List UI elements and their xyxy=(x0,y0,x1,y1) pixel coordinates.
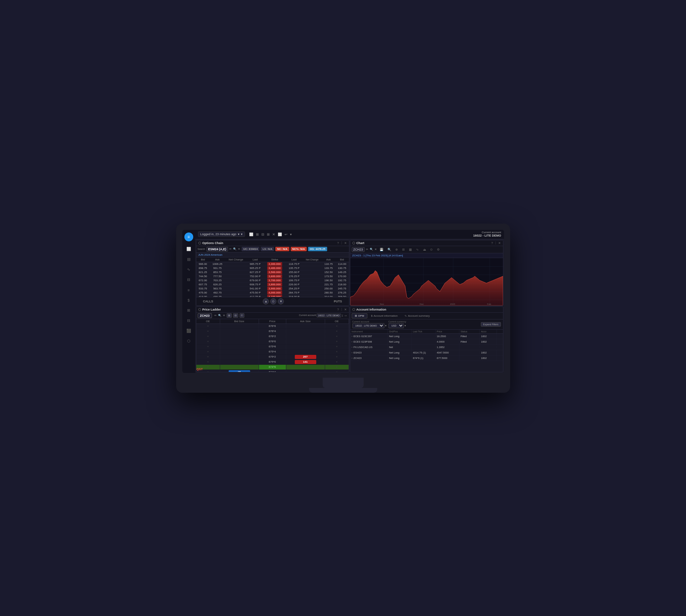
options-table-row[interactable]: 672.00 703.25 679.00 P 3,700.000 199.75 … xyxy=(196,278,349,282)
ladder-cell-ask xyxy=(286,329,325,334)
chart-area-btn[interactable]: ⛰ xyxy=(422,247,427,252)
chart-settings-icon[interactable]: ⋮ xyxy=(494,241,497,245)
expand-arrow-icon[interactable]: › xyxy=(352,351,353,354)
account-row[interactable]: › ECES G23C397 Net Long 18.2500 Filled 1… xyxy=(350,334,503,339)
ladder-row[interactable]: ≡ 676*6 ≡ xyxy=(196,324,349,329)
options-table-row[interactable]: 898.75 931.75 905.25 P 3,400.000 135.75 … xyxy=(196,266,349,270)
layout-icon[interactable]: ⊟ xyxy=(261,232,265,237)
ladder-btn3[interactable]: © xyxy=(240,313,244,318)
sidebar-item-filter[interactable]: ⊟ xyxy=(184,275,194,284)
sidebar-item-chart[interactable]: ⬜ xyxy=(184,245,194,254)
sidebar-item-line[interactable]: ∿ xyxy=(184,265,194,274)
chart-help-icon[interactable]: ? xyxy=(491,241,493,245)
chart-zoom-minus-btn[interactable]: 🔍 xyxy=(386,247,393,252)
currency-filter-select[interactable]: USD xyxy=(388,323,404,328)
undo-icon[interactable]: ↩ xyxy=(284,232,288,237)
arrow-up-btn[interactable]: ▲ xyxy=(263,298,269,304)
sidebar-item-stack[interactable]: ⊞ xyxy=(184,306,194,315)
ladder-btn2[interactable]: ⊟ xyxy=(233,313,238,318)
close-icon[interactable]: ✕ xyxy=(344,241,347,245)
options-table-row[interactable]: 821.25 853.75 827.25 P 3,500.000 155.00 … xyxy=(196,270,349,274)
ladder-row[interactable]: ≡ 676*4 ≡ xyxy=(196,329,349,334)
ladder-pencil-icon[interactable]: ✏ xyxy=(214,314,217,317)
ladder-row[interactable]: ≡ 675*4 ≡ xyxy=(196,349,349,355)
ladder-close-icon2[interactable]: ✕ xyxy=(223,314,225,317)
options-table-row[interactable]: 607.75 626.25 608.75 P 3,800.000 226.00 … xyxy=(196,282,349,286)
arrow-center-btn[interactable]: ⊙ xyxy=(270,298,276,304)
ladder-account-select[interactable]: 16022 - LITE DEMO xyxy=(317,314,341,317)
account-row[interactable]: › ECES G23P398 Net Long 4.0000 Filled 16… xyxy=(350,339,503,345)
account-row[interactable]: › ESH23 Net Long 4014.75 (1) 4047.5000 1… xyxy=(350,350,503,356)
more-icon[interactable]: ▾ xyxy=(289,232,292,237)
ladder-cell-price: 676*2 xyxy=(259,334,286,339)
ladder-instrument[interactable]: ZCH23 xyxy=(198,313,212,318)
plus-icon[interactable]: ⊞ xyxy=(266,232,270,237)
expand-arrow-icon[interactable]: › xyxy=(352,340,353,343)
cell-bid-p: 276.25 xyxy=(335,290,349,295)
chart-candle-btn[interactable]: ⊞ xyxy=(401,247,406,252)
uc-label: UC: ESM24 xyxy=(242,247,260,251)
settings-icon[interactable]: ⋮ xyxy=(340,241,343,245)
ladder-row[interactable]: ≡ 676*2 ≡ xyxy=(196,334,349,339)
window-icon[interactable]: ⬜ xyxy=(248,232,254,237)
ladder-row[interactable]: ≡ 675*6 ≡ xyxy=(196,344,349,349)
close-icon[interactable]: ✕ xyxy=(272,232,276,237)
ladder-search-icon[interactable]: 🔍 xyxy=(218,314,222,317)
expand-arrow-icon[interactable]: › xyxy=(352,357,353,360)
arrow-down-btn[interactable]: ▼ xyxy=(278,298,284,304)
svg-text:Feb: Feb xyxy=(487,303,491,305)
chart-search-icon[interactable]: 🔍 xyxy=(370,248,373,251)
ladder-close-icon[interactable]: ✕ xyxy=(344,308,347,311)
chart-close-icon2[interactable]: ✕ xyxy=(375,248,377,251)
ladder-reorder-icon[interactable]: ↔ xyxy=(344,314,348,317)
sidebar-item-network[interactable]: ⬡ xyxy=(184,337,194,346)
expand-filters-button[interactable]: Expand Filters xyxy=(481,322,501,327)
options-table-row[interactable]: 533.75 563.75 541.00 P 3,900.000 254.25 … xyxy=(196,286,349,290)
sidebar-item-dollar[interactable]: $ xyxy=(184,296,194,305)
tab-account-info[interactable]: $ Account information xyxy=(368,313,401,318)
ladder-row[interactable]: ≡ 676*0 ≡ xyxy=(196,339,349,344)
options-table-row[interactable]: 744.50 777.50 752.00 P 3,600.000 176.25 … xyxy=(196,274,349,278)
close-icon2[interactable]: ✕ xyxy=(238,247,240,251)
pencil-icon[interactable]: ✏ xyxy=(229,247,232,251)
copy-icon[interactable]: ⬜ xyxy=(277,232,283,237)
chart-line-btn[interactable]: ∿ xyxy=(415,247,420,252)
search-icon[interactable]: 🔍 xyxy=(233,247,237,251)
sidebar-item-stack2[interactable]: ⬛ xyxy=(184,327,194,335)
options-instrument[interactable]: ESM24 (A,E) xyxy=(207,247,228,252)
ladder-row[interactable]: ≡ 674*6 ≡ xyxy=(196,365,349,370)
tab-opm[interactable]: ⊞ OPM xyxy=(352,313,367,318)
tab-account-summary[interactable]: ∿ Account summary xyxy=(401,313,433,318)
chart-zoom-plus-btn[interactable]: ⊕ xyxy=(394,247,399,252)
sidebar-item-orders[interactable]: ▤ xyxy=(184,255,194,264)
chart-instrument[interactable]: ZCH23 xyxy=(352,247,365,252)
chart-save-btn[interactable]: 💾 xyxy=(378,247,385,252)
ladder-row[interactable]: ≡ 675*2 207 ≡ xyxy=(196,355,349,360)
chart-indicator-btn[interactable]: ⊙ xyxy=(429,247,434,252)
help-icon[interactable]: ? xyxy=(337,241,339,245)
chart-settings2-btn[interactable]: ⚙ xyxy=(436,247,441,252)
expand-arrow-icon[interactable]: › xyxy=(352,335,353,338)
chart-bar-btn[interactable]: ▦ xyxy=(408,247,413,252)
ladder-btn1[interactable]: ⊞ xyxy=(227,313,232,318)
ladder-account-label-area: Current account xyxy=(299,314,316,317)
currency-select-area: USD ▾ xyxy=(388,323,406,328)
options-table-row[interactable]: 986.00 1006.25 985.75 P 3,300.000 118.75… xyxy=(196,262,349,266)
chart-close-icon[interactable]: ✕ xyxy=(498,241,501,245)
sidebar-item-list[interactable]: ≡ xyxy=(184,286,194,295)
ask-size-bar: 141 xyxy=(295,360,316,364)
account-row[interactable]: › ZCH23 Net Long 674*6 (1) 677.5000 1602 xyxy=(350,356,503,361)
ladder-row[interactable]: ≡ 15 674*4 ≡ xyxy=(196,370,349,372)
ladder-row[interactable]: ≡ 675*0 141 ≡ xyxy=(196,360,349,365)
ladder-settings-icon[interactable]: ⋮ xyxy=(340,308,343,311)
ladder-expand-icon[interactable]: ↕ xyxy=(342,314,344,317)
ladder-help-icon[interactable]: ? xyxy=(337,308,339,311)
account-filter-select[interactable]: 16022 - LITE DEMO xyxy=(352,323,384,328)
chart-pencil-icon[interactable]: ✏ xyxy=(366,248,368,251)
sidebar-item-table[interactable]: ⊟ xyxy=(184,316,194,325)
options-table-row[interactable]: 475.00 492.75 475.50 P 4,000.000 284.75 … xyxy=(196,290,349,295)
account-row[interactable]: › FX.USDCAD.US Net 1.2852 xyxy=(350,345,503,350)
expand-arrow-icon[interactable]: › xyxy=(352,346,353,349)
grid-icon[interactable]: ⊞ xyxy=(255,232,259,237)
ladder-cell-oe2: ≡ xyxy=(325,355,349,359)
